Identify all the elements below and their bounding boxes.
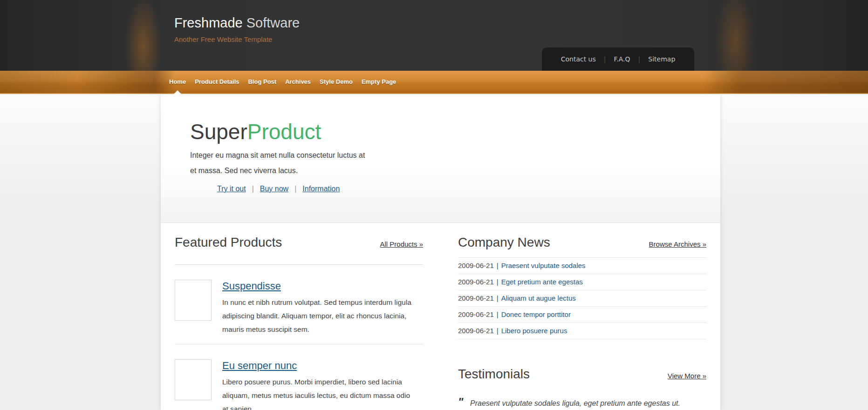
utility-link-contact[interactable]: Contact us <box>553 55 604 63</box>
product-info: Eu semper nunc Libero posuere purus. Mor… <box>222 359 417 410</box>
product-thumbnail <box>175 359 212 400</box>
promo-title: SuperProduct <box>190 120 720 144</box>
testimonials-heading: Testimonials <box>458 366 530 382</box>
product-info: Suspendisse In nunc et nibh rutrum volut… <box>222 280 417 336</box>
news-date: 2009-06-21 <box>458 327 494 335</box>
company-news-section: Company News Browse Archives » 2009-06-2… <box>458 223 706 410</box>
promo-links: Try it out|Buy now|Information <box>217 185 720 193</box>
company-news-header: Company News Browse Archives » <box>458 223 706 257</box>
site-logo: Freshmade Software Another Free Website … <box>174 14 300 43</box>
main-nav: Home Product Details Blog Post Archives … <box>0 71 868 94</box>
all-products-link[interactable]: All Products » <box>380 240 423 248</box>
site-title-primary: Freshmade <box>174 15 243 30</box>
news-row: 2009-06-21|Aliquam ut augue lectus <box>458 290 706 307</box>
divider: | <box>494 262 501 269</box>
site-header: Freshmade Software Another Free Website … <box>0 0 868 71</box>
featured-products-heading: Featured Products <box>175 235 282 250</box>
news-title-link[interactable]: Eget pretium ante egestas <box>501 278 583 286</box>
news-row: 2009-06-21|Libero posuere purus <box>458 323 706 339</box>
divider: | <box>252 185 254 193</box>
view-more-link[interactable]: View More » <box>668 372 706 380</box>
buy-now-link[interactable]: Buy now <box>260 185 288 193</box>
news-date: 2009-06-21 <box>458 294 494 302</box>
product-item: Suspendisse In nunc et nibh rutrum volut… <box>175 280 423 336</box>
nav-item-style-demo[interactable]: Style Demo <box>320 71 353 94</box>
news-row: 2009-06-21|Praesent vulputate sodales <box>458 258 706 274</box>
product-description: Libero posuere purus. Morbi imperdiet, l… <box>222 375 417 410</box>
utility-nav: Contact us | F.A.Q | Sitemap <box>542 47 694 71</box>
testimonial-quote: "Praesent vulputate sodales ligula, eget… <box>458 397 695 410</box>
news-row: 2009-06-21|Donec tempor porttitor <box>458 307 706 323</box>
try-it-out-link[interactable]: Try it out <box>217 185 246 193</box>
nav-item-home[interactable]: Home <box>169 71 186 94</box>
featured-products-section: Featured Products All Products » Suspend… <box>175 223 423 410</box>
news-title-link[interactable]: Libero posuere purus <box>501 327 567 335</box>
utility-link-faq[interactable]: F.A.Q <box>606 55 638 63</box>
product-title-link[interactable]: Suspendisse <box>222 280 281 293</box>
divider: | <box>494 310 501 318</box>
product-item: Eu semper nunc Libero posuere purus. Mor… <box>175 359 423 410</box>
news-date: 2009-06-21 <box>458 278 494 286</box>
open-quote-mark: " <box>458 395 463 409</box>
promo-title-accent: Product <box>247 120 321 144</box>
main-content: Featured Products All Products » Suspend… <box>161 223 720 410</box>
news-date: 2009-06-21 <box>458 310 494 318</box>
featured-products-header: Featured Products All Products » <box>175 223 423 265</box>
news-title-link[interactable]: Donec tempor porttitor <box>501 310 571 318</box>
news-title-link[interactable]: Aliquam ut augue lectus <box>501 294 576 302</box>
news-title-link[interactable]: Praesent vulputate sodales <box>501 262 586 269</box>
product-description: In nunc et nibh rutrum volutpat. Sed tem… <box>222 296 417 336</box>
nav-item-blog-post[interactable]: Blog Post <box>248 71 276 94</box>
company-news-heading: Company News <box>458 235 550 250</box>
promo-description: Integer eu magna sit amet nulla consecte… <box>190 148 373 178</box>
browse-archives-link[interactable]: Browse Archives » <box>649 240 706 248</box>
testimonials-header: Testimonials View More » <box>458 339 706 382</box>
divider: | <box>294 185 296 193</box>
site-title: Freshmade Software <box>174 14 300 31</box>
separator-line <box>175 344 423 344</box>
promo-title-primary: Super <box>190 120 247 144</box>
nav-item-product-details[interactable]: Product Details <box>195 71 239 94</box>
main-nav-list: Home Product Details Blog Post Archives … <box>169 71 396 94</box>
promo-section: SuperProduct Integer eu magna sit amet n… <box>161 94 720 223</box>
product-thumbnail <box>175 280 212 321</box>
nav-item-empty-page[interactable]: Empty Page <box>362 71 396 94</box>
site-title-secondary: Software <box>243 15 300 30</box>
news-row: 2009-06-21|Eget pretium ante egestas <box>458 274 706 290</box>
news-list: 2009-06-21|Praesent vulputate sodales 20… <box>458 257 706 339</box>
divider: | <box>494 278 501 286</box>
divider: | <box>494 327 501 335</box>
product-title-link[interactable]: Eu semper nunc <box>222 359 297 372</box>
content-column: SuperProduct Integer eu magna sit amet n… <box>161 94 720 410</box>
news-date: 2009-06-21 <box>458 262 494 269</box>
information-link[interactable]: Information <box>302 185 340 193</box>
testimonial-text: Praesent vulputate sodales ligula, eget … <box>470 399 680 410</box>
divider: | <box>494 294 501 302</box>
site-tagline: Another Free Website Template <box>174 35 300 43</box>
nav-item-archives[interactable]: Archives <box>285 71 311 94</box>
utility-link-sitemap[interactable]: Sitemap <box>640 55 683 63</box>
